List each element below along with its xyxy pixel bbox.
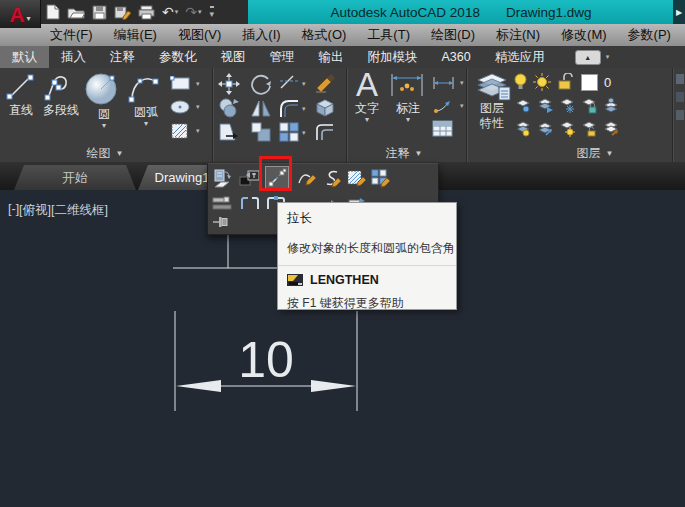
edit-polyline-button[interactable] [295, 166, 319, 190]
undo-dropdown-icon[interactable]: ▾ [175, 8, 179, 16]
explode-tool-button[interactable] [313, 96, 337, 118]
dimension-tool-button[interactable]: 标注 ▾ [388, 70, 428, 124]
plot-button[interactable] [138, 2, 155, 22]
edit-spline-button[interactable] [320, 166, 344, 190]
table-button[interactable] [432, 120, 454, 138]
break-button[interactable] [239, 195, 261, 212]
layer-thaw-icon[interactable] [559, 120, 576, 137]
linear-dim-dropdown-icon[interactable]: ▾ [460, 79, 464, 87]
annotate-panel-label[interactable]: 注释 ▼ [372, 146, 436, 160]
layer-panel-label[interactable]: 图层 ▼ [560, 146, 630, 160]
leader-dropdown-icon[interactable]: ▾ [460, 102, 464, 110]
arc-icon [126, 72, 162, 104]
align-button[interactable] [211, 195, 233, 212]
dimension-dropdown-icon[interactable]: ▾ [388, 115, 428, 124]
arc-tool-button[interactable]: 圆弧 ▾ [126, 72, 166, 128]
ellipse-dropdown-icon[interactable]: ▾ [196, 103, 200, 111]
ribbon-tab-addins[interactable]: 附加模块 [356, 46, 430, 68]
rectangle-dropdown-icon[interactable]: ▾ [196, 80, 200, 88]
ribbon-tab-parametric[interactable]: 参数化 [147, 46, 209, 68]
ribbon-tab-view[interactable]: 视图 [209, 46, 258, 68]
menu-edit[interactable]: 编辑(E) [114, 26, 157, 44]
redo-button[interactable]: ↷ ▾ [185, 2, 201, 22]
application-menu-button[interactable]: A ▾ [0, 0, 41, 28]
new-file-button[interactable] [46, 2, 60, 22]
layer-isolate-icon[interactable] [537, 97, 554, 114]
text-dropdown-icon[interactable]: ▾ [350, 115, 384, 124]
circle-dropdown-icon[interactable]: ▾ [84, 121, 124, 130]
text-tool-button[interactable]: A 文字 ▾ [350, 70, 384, 124]
ribbon-tab-annotate[interactable]: 注释 [98, 46, 147, 68]
dimension-arrow-right [311, 380, 356, 392]
panel-pin-button[interactable] [211, 214, 231, 230]
tooltip-divider [278, 265, 456, 266]
arc-dropdown-icon[interactable]: ▾ [126, 119, 166, 128]
red-highlight-box [259, 156, 292, 191]
copy-tool-button[interactable] [218, 97, 240, 119]
move-tool-button[interactable] [218, 73, 240, 95]
leader-button[interactable]: ▾ [432, 98, 464, 114]
layer-freeze-icon[interactable] [559, 97, 576, 114]
menu-format[interactable]: 格式(O) [302, 26, 347, 44]
open-file-button[interactable] [67, 2, 85, 22]
menu-file[interactable]: 文件(F) [50, 26, 93, 44]
menu-draw[interactable]: 绘图(D) [431, 26, 475, 44]
stretch-tool-button[interactable] [218, 121, 242, 143]
hatch-tool-button[interactable]: ▾ [170, 122, 200, 140]
mirror-tool-button[interactable] [250, 97, 272, 119]
ribbon-tab-featured-apps[interactable]: 精选应用 [483, 46, 557, 68]
polyline-tool-button[interactable]: 多段线 [40, 72, 82, 117]
trim-dropdown-icon[interactable]: ▾ [302, 80, 306, 88]
collapse-caret-icon: ▾ [606, 53, 610, 61]
ellipse-tool-button[interactable]: ▾ [170, 99, 200, 115]
dimension-arrow-left [176, 380, 221, 392]
save-button[interactable] [92, 2, 107, 22]
ribbon-tab-manage[interactable]: 管理 [258, 46, 307, 68]
layer-match-icon[interactable] [603, 120, 620, 137]
edit-hatch-button[interactable] [345, 166, 369, 190]
file-tab-start[interactable]: 开始 [14, 165, 136, 190]
layer-lock-icon[interactable] [581, 97, 598, 114]
menu-bar: 文件(F) 编辑(E) 视图(V) 插入(I) 格式(O) 工具(T) 绘图(D… [0, 24, 685, 46]
layer-unlock-icon[interactable] [581, 120, 598, 137]
menu-modify[interactable]: 修改(M) [561, 26, 607, 44]
rectangle-tool-button[interactable]: ▾ [170, 76, 200, 91]
draw-panel-label[interactable]: 绘图 ▼ [70, 146, 140, 160]
array-tool-button[interactable] [278, 121, 300, 143]
offset-tool-button[interactable] [313, 121, 337, 143]
trim-tool-button[interactable] [278, 73, 300, 91]
titlebar-scroll-arrow[interactable]: ▶ [673, 0, 685, 24]
ribbon-tab-a360[interactable]: A360 [430, 46, 483, 68]
set-bylayer-button[interactable] [211, 166, 235, 190]
ribbon-tab-insert[interactable]: 插入 [49, 46, 98, 68]
layer-unisolate-icon[interactable] [537, 120, 554, 137]
fillet-dropdown-icon[interactable]: ▾ [302, 105, 306, 113]
undo-button[interactable]: ↶ ▾ [162, 2, 178, 22]
menu-tools[interactable]: 工具(T) [367, 26, 410, 44]
layer-on-icon[interactable] [515, 120, 532, 137]
scale-tool-button[interactable] [250, 121, 272, 143]
array-dropdown-icon[interactable]: ▾ [302, 129, 306, 137]
make-current-icon[interactable] [603, 97, 620, 114]
layer-off-icon[interactable] [515, 97, 532, 114]
ribbon-tab-output[interactable]: 输出 [307, 46, 356, 68]
rotate-tool-button[interactable] [250, 73, 272, 95]
menu-insert[interactable]: 插入(I) [242, 26, 280, 44]
layer-properties-button[interactable]: 图层 特性 [472, 71, 512, 131]
ribbon-tab-home[interactable]: 默认 [0, 46, 49, 68]
menu-view[interactable]: 视图(V) [178, 26, 221, 44]
fillet-tool-button[interactable] [278, 97, 300, 119]
ribbon-collapse-button[interactable]: ▲ ▾ [575, 50, 610, 65]
line-tool-button[interactable]: 直线 [3, 72, 39, 117]
menu-dimension[interactable]: 标注(N) [496, 26, 540, 44]
edit-array-button[interactable] [369, 166, 393, 190]
redo-dropdown-icon[interactable]: ▾ [198, 8, 202, 16]
match-properties-button[interactable] [313, 72, 337, 94]
save-as-button[interactable] [114, 2, 131, 22]
qat-customize-button[interactable]: ▾ [209, 2, 215, 22]
circle-tool-button[interactable]: 圆 ▾ [84, 72, 124, 130]
menu-parametric[interactable]: 参数(P) [628, 26, 671, 44]
hatch-dropdown-icon[interactable]: ▾ [196, 127, 200, 135]
linear-dimension-button[interactable]: ▾ [432, 75, 464, 91]
layer-state-row[interactable]: 0 [514, 72, 636, 92]
